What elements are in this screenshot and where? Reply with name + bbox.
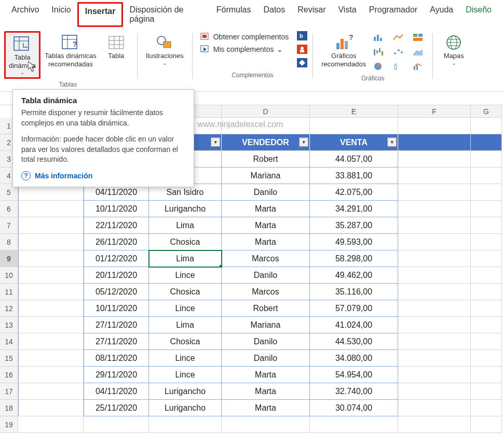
menu-ayuda[interactable]: Ayuda <box>424 2 459 27</box>
col-header-E[interactable]: E <box>310 105 398 118</box>
table-cell[interactable] <box>222 118 310 134</box>
table-cell[interactable]: 22/11/2020 <box>84 217 149 234</box>
table-cell[interactable]: 34.080,00 <box>310 350 398 367</box>
table-cell[interactable]: 04/11/2020 <box>84 383 149 400</box>
table-cell[interactable]: 44.530,00 <box>310 333 398 350</box>
table-cell[interactable] <box>398 201 471 217</box>
filter-dropdown-button[interactable]: ▾ <box>387 137 397 147</box>
col-header-G[interactable]: G <box>471 105 502 118</box>
combo-chart-button[interactable] <box>410 60 427 73</box>
recommended-pivot-button[interactable]: ? Tablas dinámicas recomendadas <box>42 31 100 70</box>
waterfall-chart-button[interactable] <box>370 46 388 58</box>
scatter-chart-button[interactable] <box>390 46 407 58</box>
menu-archivo[interactable]: Archivo <box>5 2 45 27</box>
table-cell[interactable]: Danilo <box>222 184 310 201</box>
row-header-10[interactable]: 10 <box>0 267 18 284</box>
table-cell[interactable]: Lince <box>149 367 222 383</box>
table-cell[interactable]: 35.116,00 <box>310 284 398 300</box>
table-cell[interactable]: 41.024,00 <box>310 317 398 333</box>
table-cell[interactable] <box>471 217 502 234</box>
table-cell[interactable] <box>471 250 502 267</box>
table-cell[interactable] <box>18 284 84 300</box>
table-cell[interactable] <box>84 416 149 433</box>
table-cell[interactable] <box>18 416 84 433</box>
table-cell[interactable]: 42.075,00 <box>310 184 398 201</box>
table-cell[interactable]: Marcos <box>222 284 310 300</box>
table-cell[interactable]: 49.462,00 <box>310 267 398 284</box>
my-addins-button[interactable]: Mis complementos ⌄ <box>198 44 291 55</box>
hierarchy-chart-button[interactable] <box>410 31 427 44</box>
table-cell[interactable]: 25/11/2020 <box>84 400 149 416</box>
table-cell[interactable]: Lurigancho <box>149 400 222 416</box>
table-cell[interactable] <box>18 234 84 250</box>
surface-chart-button[interactable] <box>410 46 427 58</box>
table-cell[interactable] <box>471 416 502 433</box>
table-cell[interactable]: Marta <box>222 383 310 400</box>
table-cell[interactable] <box>471 167 502 184</box>
table-cell[interactable] <box>471 350 502 367</box>
table-cell[interactable]: 58.298,00 <box>310 250 398 267</box>
table-cell[interactable] <box>18 217 84 234</box>
table-cell[interactable] <box>471 134 502 151</box>
table-cell[interactable] <box>471 284 502 300</box>
row-header-15[interactable]: 15 <box>0 350 18 367</box>
table-cell[interactable] <box>18 300 84 317</box>
filter-dropdown-button[interactable]: ▾ <box>299 137 308 147</box>
table-cell[interactable]: 20/11/2020 <box>84 267 149 284</box>
table-cell[interactable] <box>471 383 502 400</box>
table-cell[interactable] <box>398 250 471 267</box>
table-cell[interactable] <box>18 333 84 350</box>
table-cell[interactable]: Chosica <box>149 284 222 300</box>
menu-vista[interactable]: Vista <box>332 2 362 27</box>
table-cell[interactable]: Chosica <box>149 234 222 250</box>
table-cell[interactable] <box>471 400 502 416</box>
table-cell[interactable]: Marta <box>222 367 310 383</box>
table-cell[interactable]: 32.740,00 <box>310 383 398 400</box>
table-cell[interactable] <box>471 118 502 134</box>
table-cell[interactable] <box>471 333 502 350</box>
table-cell[interactable]: 01/12/2020 <box>84 250 149 267</box>
row-header-19[interactable]: 19 <box>0 416 18 433</box>
table-cell[interactable]: 54.954,00 <box>310 367 398 383</box>
table-cell[interactable]: Robert <box>222 151 310 167</box>
table-cell[interactable] <box>18 367 84 383</box>
table-cell[interactable] <box>471 300 502 317</box>
table-cell[interactable] <box>471 184 502 201</box>
table-cell[interactable]: 44.057,00 <box>310 151 398 167</box>
table-cell[interactable]: Marta <box>222 400 310 416</box>
bing-icon[interactable]: b <box>297 31 307 43</box>
statistic-chart-button[interactable] <box>390 60 407 73</box>
table-cell[interactable]: Mariana <box>222 167 310 184</box>
table-cell[interactable]: Marta <box>222 201 310 217</box>
menu-programador[interactable]: Programador <box>363 2 424 27</box>
table-cell[interactable]: Lima <box>149 317 222 333</box>
row-header-18[interactable]: 18 <box>0 400 18 416</box>
illustrations-button[interactable]: Ilustraciones ⌄ <box>143 31 187 68</box>
visio-icon[interactable] <box>297 58 307 69</box>
table-cell[interactable]: Marta <box>222 217 310 234</box>
table-cell[interactable]: 27/11/2020 <box>84 333 149 350</box>
table-cell[interactable] <box>398 400 471 416</box>
pivot-table-button[interactable]: Tabla dinámica ⌄ <box>4 31 40 79</box>
table-cell[interactable]: Lince <box>149 267 222 284</box>
table-cell[interactable] <box>398 333 471 350</box>
row-header-9[interactable]: 9 <box>0 250 18 267</box>
table-cell[interactable]: 10/11/2020 <box>84 201 149 217</box>
table-cell[interactable] <box>398 167 471 184</box>
col-header-D[interactable]: D <box>222 105 310 118</box>
row-header-11[interactable]: 11 <box>0 284 18 300</box>
table-cell[interactable]: Lurigancho <box>149 383 222 400</box>
table-cell[interactable] <box>398 367 471 383</box>
table-cell[interactable]: Chosica <box>149 333 222 350</box>
table-cell[interactable]: VENDEDOR▾ <box>222 134 310 151</box>
table-cell[interactable]: VENTA▾ <box>310 134 398 151</box>
table-cell[interactable] <box>398 267 471 284</box>
row-header-17[interactable]: 17 <box>0 383 18 400</box>
table-cell[interactable] <box>310 118 398 134</box>
maps-button[interactable]: Mapas ⌄ <box>438 31 469 68</box>
table-cell[interactable] <box>398 383 471 400</box>
row-header-13[interactable]: 13 <box>0 317 18 333</box>
table-cell[interactable]: Marcos <box>222 250 310 267</box>
recommended-charts-button[interactable]: ? Gráficos recomendados <box>318 31 369 70</box>
table-cell[interactable]: 26/11/2020 <box>84 234 149 250</box>
